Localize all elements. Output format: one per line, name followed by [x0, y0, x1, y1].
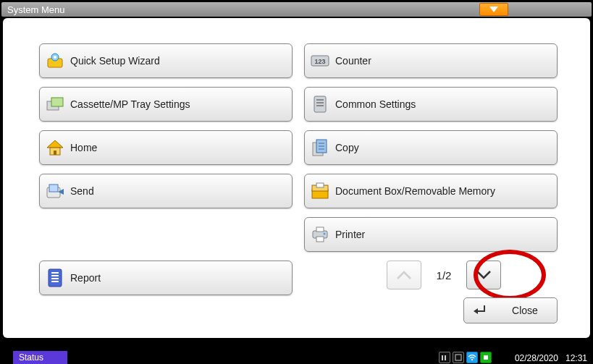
menu-label: Quick Setup Wizard: [70, 55, 287, 67]
menu-printer[interactable]: Printer: [304, 217, 558, 252]
menu-label: Document Box/Removable Memory: [335, 185, 552, 197]
tray-icon: [44, 93, 66, 115]
status-date: 02/28/2020: [515, 353, 558, 363]
menu-label: Counter: [335, 55, 552, 67]
printer-icon: [309, 224, 331, 245]
menu-label: Report: [70, 272, 287, 284]
common-settings-icon: [309, 93, 331, 115]
menu-home[interactable]: Home: [39, 130, 293, 165]
page-up-button: [387, 261, 421, 289]
pager: 1/2: [387, 261, 501, 289]
report-icon: [44, 267, 66, 289]
svg-rect-33: [51, 278, 59, 279]
menu-label: Copy: [335, 142, 552, 153]
svg-rect-34: [51, 281, 59, 282]
svg-rect-9: [316, 99, 324, 101]
svg-rect-36: [442, 355, 443, 360]
svg-rect-40: [484, 355, 488, 360]
menu-label: Common Settings: [335, 98, 552, 110]
title-bar: System Menu: [1, 2, 592, 17]
svg-rect-11: [316, 105, 324, 106]
chevron-down-icon: [489, 6, 499, 13]
title-text: System Menu: [7, 4, 64, 15]
svg-rect-32: [51, 275, 59, 276]
status-icon-1: [439, 352, 450, 363]
chevron-down-icon: [476, 270, 492, 280]
wizard-icon: [44, 50, 66, 72]
wifi-icon: [466, 352, 478, 363]
menu-label: Cassette/MP Tray Settings: [70, 98, 287, 110]
svg-point-3: [54, 56, 56, 59]
svg-rect-21: [49, 185, 58, 192]
close-label: Close: [500, 305, 550, 316]
menu-common-settings[interactable]: Common Settings: [304, 87, 558, 122]
status-time: 12:31: [565, 353, 587, 363]
status-icons: [439, 352, 492, 363]
menu-label: Send: [70, 185, 287, 197]
menu-send[interactable]: Send: [39, 174, 293, 208]
main-panel: Quick Setup Wizard 123 Counter Cassette/…: [3, 18, 590, 338]
svg-rect-31: [51, 272, 59, 274]
svg-text:123: 123: [314, 58, 325, 65]
svg-point-29: [324, 233, 326, 235]
svg-rect-28: [316, 237, 324, 242]
close-button[interactable]: Close: [463, 297, 558, 323]
empty-cell: [39, 217, 293, 252]
menu-label: Printer: [335, 229, 552, 240]
status-chip[interactable]: Status: [13, 351, 67, 364]
svg-rect-7: [51, 98, 63, 106]
svg-marker-35: [474, 308, 478, 314]
menu-document-box[interactable]: Document Box/Removable Memory: [304, 174, 558, 208]
return-icon: [471, 302, 487, 318]
counter-icon: 123: [309, 50, 331, 72]
svg-point-39: [471, 359, 473, 360]
svg-rect-38: [455, 355, 461, 360]
status-ok-icon: [480, 352, 492, 363]
status-icon-2: [453, 352, 464, 363]
svg-rect-8: [314, 96, 326, 112]
svg-rect-10: [316, 102, 324, 103]
chevron-up-icon: [396, 270, 412, 280]
status-datetime: 02/28/202012:31: [508, 353, 587, 363]
svg-marker-0: [489, 7, 498, 12]
docbox-icon: [309, 180, 331, 202]
svg-rect-37: [445, 355, 446, 360]
svg-rect-25: [316, 183, 324, 187]
menu-report[interactable]: Report: [39, 261, 293, 295]
menu-copy[interactable]: Copy: [304, 130, 558, 165]
menu-counter[interactable]: 123 Counter: [304, 43, 558, 78]
svg-rect-27: [316, 227, 324, 232]
menu-cassette-tray-settings[interactable]: Cassette/MP Tray Settings: [39, 87, 293, 122]
status-label: Status: [19, 352, 43, 363]
home-icon: [44, 137, 66, 158]
send-icon: [44, 180, 66, 202]
page-down-button[interactable]: [466, 261, 501, 289]
menu-grid: Quick Setup Wizard 123 Counter Cassette/…: [39, 43, 558, 252]
svg-rect-14: [54, 151, 56, 155]
titlebar-dropdown-button[interactable]: [479, 3, 508, 16]
page-indicator: 1/2: [433, 269, 455, 282]
menu-quick-setup-wizard[interactable]: Quick Setup Wizard: [39, 43, 293, 78]
svg-marker-12: [47, 140, 63, 148]
copy-icon: [309, 137, 331, 158]
menu-label: Home: [70, 142, 287, 153]
status-bar: Status 02/28/202012:31: [0, 351, 593, 364]
